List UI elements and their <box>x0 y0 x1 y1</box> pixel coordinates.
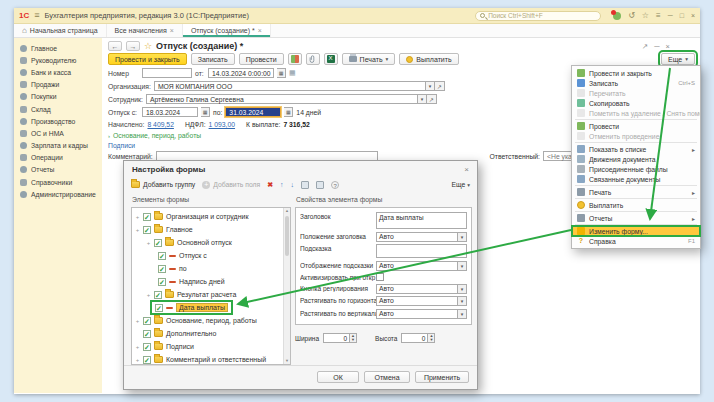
checkbox-checked[interactable]: ✓ <box>154 291 162 299</box>
checkbox-checked[interactable]: ✓ <box>154 239 162 247</box>
dropdown-icon[interactable]: ▾ <box>457 262 466 270</box>
save-button[interactable]: Записать <box>191 53 235 65</box>
sidebar-item-11[interactable]: Справочники <box>14 176 102 188</box>
sidebar-item-4[interactable]: Покупки <box>14 91 102 103</box>
sidebar-item-2[interactable]: Банк и касса <box>14 66 102 78</box>
forward-button[interactable]: → <box>126 41 140 51</box>
help-icon[interactable]: ? <box>331 181 339 189</box>
checkbox-checked[interactable]: ✓ <box>143 343 151 351</box>
checkbox-checked[interactable]: ✓ <box>143 226 151 234</box>
caption-input[interactable]: Дата выплаты <box>376 212 467 229</box>
delete-icon[interactable]: ✖ <box>267 181 273 189</box>
global-search-input[interactable]: Поиск Ctrl+Shift+F <box>475 11 601 21</box>
tree-item-2[interactable]: +✓Основной отпуск <box>132 236 290 249</box>
basis-period-link[interactable]: Основание, период, работы <box>113 132 201 139</box>
spin-button-select[interactable]: Авто▾ <box>376 284 467 294</box>
menu-item-post[interactable]: Провести <box>572 121 700 131</box>
collapse-icon[interactable]: ─ <box>654 42 659 51</box>
sidebar-item-8[interactable]: Зарплата и кадры <box>14 140 102 152</box>
menu-item-attached-files[interactable]: Присоединенные файлы <box>572 164 700 174</box>
vacation-from-input[interactable]: 18.03.2024 <box>142 107 198 117</box>
tree-item-8[interactable]: +✓Основание, период, работы <box>132 314 290 327</box>
dropdown-icon[interactable]: ▾ <box>457 285 466 293</box>
sidebar-item-3[interactable]: Продажи <box>14 79 102 91</box>
cancel-button[interactable]: Отмена <box>364 371 410 383</box>
checkbox-checked[interactable]: ✓ <box>143 213 151 221</box>
checkbox-checked[interactable]: ✓ <box>158 252 166 260</box>
menu-item-reread[interactable]: Перечитать <box>572 88 700 98</box>
apply-button[interactable]: Применить <box>415 371 469 383</box>
menu-item-document-movements[interactable]: Движения документа <box>572 154 700 164</box>
favorite-star-icon[interactable]: ☆ <box>144 41 152 51</box>
back-button[interactable]: ← <box>108 41 122 51</box>
tree-item-3[interactable]: ✓Отпуск с <box>132 249 290 262</box>
tooltip-display-select[interactable]: Авто▾ <box>376 261 467 271</box>
tab-home[interactable]: ⌂ Начальная страница <box>14 24 107 37</box>
tooltip-input[interactable] <box>376 244 467 258</box>
structure-button[interactable] <box>288 53 302 65</box>
checkbox-checked[interactable]: ✓ <box>155 304 163 312</box>
employee-dropdown-icon[interactable]: ▾ <box>418 94 427 104</box>
dialog-close-icon[interactable]: × <box>464 165 469 174</box>
spinner-arrows-icon[interactable]: ▲▼ <box>427 334 434 342</box>
ok-button[interactable]: ОК <box>317 371 359 383</box>
sidebar-item-12[interactable]: Администрирование <box>14 188 102 200</box>
menu-item-unpost[interactable]: Отменить проведение <box>572 131 700 141</box>
date-input[interactable]: 14.03.2024 0:00:00 <box>208 68 274 78</box>
more-button[interactable]: Еще▾ <box>661 53 695 65</box>
tree-item-0[interactable]: +✓Организация и сотрудник <box>132 210 290 223</box>
main-menu-icon[interactable]: ≡ <box>34 11 39 20</box>
sidebar-item-0[interactable]: Главное <box>14 42 102 54</box>
employee-input[interactable]: Артёменко Галина Сергеевна <box>146 94 418 104</box>
add-group-button[interactable]: Добавить группу <box>131 181 195 188</box>
menu-item-show-in-list[interactable]: Показать в списке▸ <box>572 144 700 154</box>
menu-item-reports[interactable]: Отчеты▸ <box>572 213 700 223</box>
menu-item-mark-deletion[interactable]: Пометить на удаление / Снять пометку <box>572 108 700 118</box>
post-and-close-button[interactable]: Провести и закрыть <box>108 53 187 65</box>
organization-input[interactable]: МОЯ КОМПАНИЯ ООО <box>154 81 426 91</box>
copy-settings-icon[interactable] <box>316 181 324 189</box>
tree-item-5[interactable]: ✓Надпись дней <box>132 275 290 288</box>
attachments-button[interactable] <box>306 53 320 65</box>
accrued-amount-link[interactable]: 8 409,52 <box>147 121 173 128</box>
history-icon[interactable]: ↺ <box>628 11 635 20</box>
close-button[interactable]: × <box>691 12 695 19</box>
caption-position-select[interactable]: Авто▾ <box>376 232 467 242</box>
sidebar-item-9[interactable]: Операции <box>14 152 102 164</box>
scroll-thumb[interactable] <box>285 216 289 256</box>
checkbox-checked[interactable]: ✓ <box>143 317 151 325</box>
vacation-to-input[interactable]: 31.03.2024 <box>225 107 281 117</box>
height-spinner[interactable]: 0▲▼ <box>401 333 435 343</box>
pay-button[interactable]: Выплатить <box>399 53 458 65</box>
tab-all-accruals[interactable]: Все начисления × <box>107 24 183 37</box>
dropdown-icon[interactable]: ▾ <box>457 297 466 305</box>
tab-vacation[interactable]: Отпуск (создание) * × <box>183 24 271 37</box>
tab-close-icon[interactable]: × <box>170 27 174 34</box>
spinner-arrows-icon[interactable]: ▲▼ <box>349 334 356 342</box>
tree-item-9[interactable]: ✓Дополнительно <box>132 327 290 340</box>
sidebar-item-5[interactable]: Склад <box>14 103 102 115</box>
stretch-horizontal-select[interactable]: Авто▾ <box>376 296 467 306</box>
checkbox-checked[interactable]: ✓ <box>158 265 166 273</box>
menu-item-post-and-close[interactable]: Провести и закрыть <box>572 68 700 78</box>
sidebar-item-6[interactable]: Производство <box>14 115 102 127</box>
move-down-icon[interactable]: ↓ <box>291 181 295 188</box>
ndfl-amount-link[interactable]: 1 093,00 <box>209 121 235 128</box>
apply-default-icon[interactable] <box>301 181 309 189</box>
menu-item-related-documents[interactable]: Связанные документы <box>572 174 700 184</box>
favorites-star-icon[interactable]: ☆ <box>642 11 649 20</box>
tree-item-4[interactable]: ✓по <box>132 262 290 275</box>
dialog-more-button[interactable]: Еще▾ <box>451 181 470 188</box>
dropdown-icon[interactable]: ▾ <box>457 310 466 318</box>
tree-item-10[interactable]: +✓Подписи <box>132 340 290 353</box>
service-menu-icon[interactable]: ≡ <box>656 11 661 20</box>
menu-item-change-form[interactable]: Изменить форму... <box>572 226 700 236</box>
signatures-link[interactable]: Подписи <box>108 142 135 149</box>
tree-scrollbar[interactable]: ▲ ▼ <box>283 208 290 364</box>
scroll-up-icon[interactable]: ▲ <box>284 208 290 214</box>
org-dropdown-icon[interactable]: ▾ <box>426 81 435 91</box>
calendar-icon[interactable]: ▦ <box>201 107 210 117</box>
sidebar-item-7[interactable]: ОС и НМА <box>14 127 102 139</box>
export-excel-button[interactable] <box>324 53 338 65</box>
menu-item-pay[interactable]: Выплатить <box>572 200 700 210</box>
